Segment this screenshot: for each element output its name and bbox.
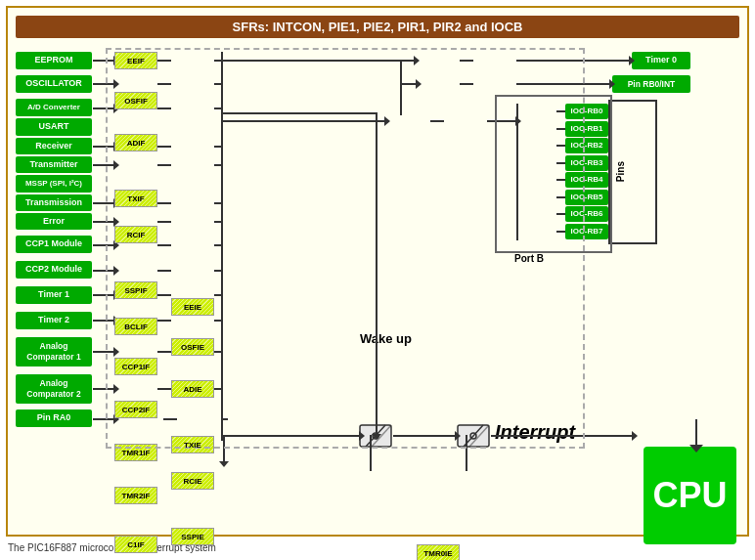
line-ulpwu (93, 418, 114, 420)
line-ccp1if-ie (157, 244, 171, 246)
peripheral-adc: A/D Converter (16, 99, 92, 116)
flag-tmr2if: TMR2IF (114, 487, 157, 504)
line-eeprom (93, 60, 114, 62)
flag-sspie: SSPIE (171, 528, 214, 545)
pins-label: Pins (615, 161, 626, 182)
gate2 (456, 421, 491, 451)
diagram-inner: EEPROM OSCILLATOR A/D Converter USART Re… (16, 48, 747, 527)
bus-ccp1ie (214, 244, 221, 246)
bus-c2ie (214, 388, 221, 390)
cpu-box: CPU (644, 447, 736, 544)
bus-c1ie (214, 351, 221, 353)
flag-tmr0ie: TMR0IE (417, 544, 460, 560)
flag-rcif: RCIF (114, 226, 157, 243)
outer-container: SFRs: INTCON, PIE1, PIE2, PIR1, PIR2 and… (0, 0, 755, 557)
peripheral-rx: Receiver (16, 138, 92, 154)
vline-peie-flag (370, 453, 372, 471)
line-tmr0ie-if (460, 60, 473, 62)
peripheral-usart: USART (16, 118, 92, 136)
portb-label: Port B (514, 253, 544, 264)
peripheral-timer1: Timer 1 (16, 286, 92, 304)
line-tmr2if-ie (157, 320, 171, 322)
line-ccp2if-ie (157, 270, 171, 272)
pins-label-container: Pins (614, 104, 626, 240)
hline-to-cpu (491, 435, 633, 437)
flag-tmr1if: TMR1IF (114, 444, 157, 461)
peripheral-mssp: MSSP (SPI, I²C) (16, 175, 92, 193)
vline-gie-up (466, 435, 467, 453)
line-rcif-ie (157, 164, 171, 166)
line-bcl (93, 221, 114, 223)
bus-bclie (214, 221, 221, 223)
hline-gate1-gate2 (393, 435, 456, 437)
bus-ulpwuie (221, 418, 228, 420)
wakeup-text: Wake up (360, 331, 412, 346)
hline-to-wakeup (223, 112, 376, 114)
flag-rcie: RCIE (171, 472, 214, 490)
line-c1 (93, 351, 114, 353)
bus-tmr2ie (214, 320, 221, 322)
line-c2if-ie (157, 388, 171, 390)
line-osc (93, 83, 114, 85)
flag-txif: TXIF (114, 190, 157, 207)
line-to-timer0 (516, 60, 630, 62)
portb-border (495, 95, 612, 253)
line-ccp2 (93, 270, 114, 272)
vline-wakeup-down (376, 366, 378, 435)
bus-adie (214, 108, 221, 109)
peripheral-mssp-err: Error (16, 213, 92, 230)
diagram-box: SFRs: INTCON, PIE1, PIE2, PIR1, PIR2 and… (6, 6, 749, 537)
flag-txie: TXIE (171, 436, 214, 453)
flag-bclif: BCLIF (114, 318, 157, 335)
line-c2 (93, 388, 114, 390)
line-to-pinrb0 (516, 83, 610, 85)
bus-osfie (214, 83, 221, 85)
line-txif-ie (157, 146, 171, 148)
line-bclif-ie (157, 221, 171, 223)
timer0-label: Timer 0 (632, 52, 690, 69)
flag-osfie: OSFIE (171, 338, 214, 356)
flag-sspif: SSPIF (114, 281, 157, 299)
line-tmr2 (93, 320, 114, 322)
bus-eeie (214, 60, 221, 62)
line-rbie-rbif (430, 120, 444, 122)
cpu-text: CPU (652, 475, 727, 516)
peripheral-tx: Transmitter (16, 156, 92, 173)
bus-tmr1ie (214, 294, 221, 296)
peripheral-pinra0: Pin RA0 (16, 409, 92, 427)
flag-adie: ADIE (171, 380, 214, 398)
line-ulpwuif-ie (163, 418, 177, 420)
line-tmr1 (93, 294, 114, 296)
peripheral-oscillator: OSCILLATOR (16, 75, 92, 93)
peripheral-comp1: AnalogComparator 1 (16, 337, 92, 366)
flag-ccp2if: CCP2IF (114, 401, 157, 418)
peripheral-timer2: Timer 2 (16, 312, 92, 329)
peripheral-comp2: AnalogComparator 2 (16, 374, 92, 404)
bus-line-v (221, 52, 223, 441)
peripheral-ccp2: CCP2 Module (16, 261, 92, 279)
title-bar: SFRs: INTCON, PIE1, PIE2, PIR1, PIR2 and… (16, 16, 739, 38)
vline-gie-flag (466, 453, 467, 471)
flag-c1if: C1IF (114, 536, 157, 553)
flag-ccp1if: CCP1IF (114, 358, 157, 375)
line-ccp1 (93, 244, 114, 246)
peripheral-mssp-tx: Transmission (16, 194, 92, 211)
vline-peie-up (370, 435, 372, 453)
vline-to-cpu (695, 419, 697, 447)
vline-to-gate1 (223, 435, 225, 462)
hline-bus-to-tmr0 (223, 60, 415, 62)
flag-adif: ADIF (114, 134, 157, 151)
hline-bus-to-inte (400, 83, 417, 85)
bus-ccp2ie (214, 270, 221, 272)
interrupt-text: Interrupt (495, 421, 575, 444)
line-osfif-ie (157, 83, 171, 85)
line-adc (93, 108, 114, 109)
bus-sspie (214, 202, 221, 204)
bus-txie (214, 146, 221, 148)
arrow-to-cpu (689, 445, 703, 452)
vline-top-collect (400, 60, 402, 115)
flag-eeif: EEIF (114, 52, 157, 69)
line-adif-ie (157, 108, 171, 109)
line-tx (93, 146, 114, 148)
line-c1if-ie (157, 351, 171, 353)
